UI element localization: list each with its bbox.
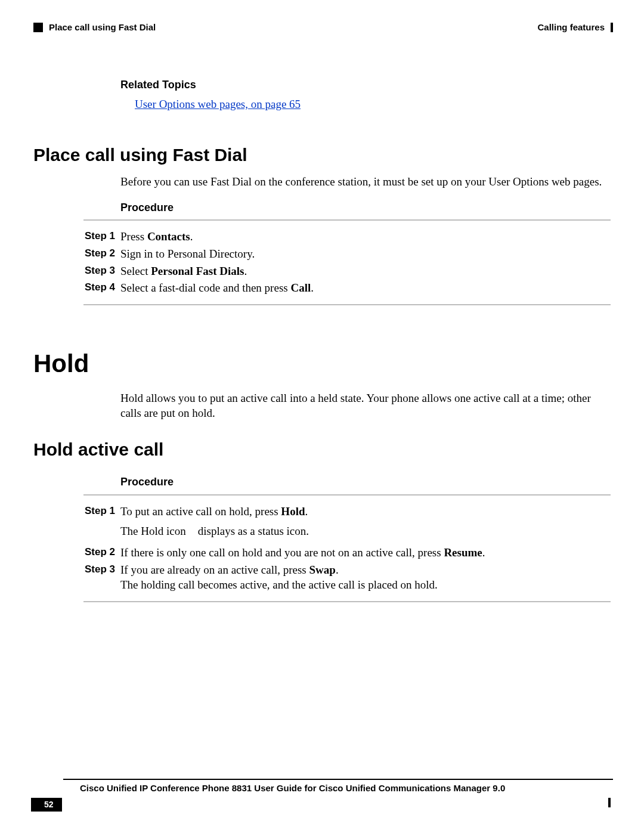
- step-bold: Hold: [281, 505, 305, 518]
- step-text: Select: [120, 265, 151, 277]
- step-row: Step 2 Sign in to Personal Directory.: [85, 246, 611, 262]
- step-bold: Swap: [309, 563, 336, 576]
- procedure-heading-2: Procedure: [120, 475, 611, 489]
- bar-icon: [608, 798, 611, 807]
- step-text: .: [482, 546, 485, 559]
- procedure-heading-1: Procedure: [120, 200, 611, 215]
- step-label: Step 1: [85, 229, 120, 243]
- step-label: Step 1: [85, 504, 120, 518]
- section-title-hold-active: Hold active call: [33, 438, 611, 462]
- footer-divider: [63, 779, 613, 780]
- step-row: Step 1 To put an active call on hold, pr…: [85, 504, 611, 539]
- section-title-hold: Hold: [33, 347, 611, 381]
- step-text: .: [190, 230, 193, 243]
- divider: [83, 601, 611, 602]
- hold-intro: Hold allows you to put an active call in…: [120, 391, 611, 421]
- step-body: If there is only one call on hold and yo…: [120, 545, 611, 561]
- step-body: Press Contacts.: [120, 229, 611, 244]
- bar-icon: [611, 23, 613, 32]
- fast-dial-steps: Step 1 Press Contacts. Step 2 Sign in to…: [85, 229, 611, 296]
- step-label: Step 2: [85, 545, 120, 559]
- step-text: .: [244, 265, 247, 277]
- section-title-fast-dial: Place call using Fast Dial: [33, 143, 611, 168]
- divider: [83, 304, 611, 305]
- footer-page-row: 52: [31, 798, 613, 812]
- page-content: Related Topics User Options web pages, o…: [33, 78, 611, 602]
- step-text: Press: [120, 230, 147, 243]
- fast-dial-intro: Before you can use Fast Dial on the conf…: [120, 174, 611, 190]
- step-text: .: [336, 563, 339, 576]
- step-bold: Call: [290, 281, 311, 294]
- step-row: Step 2 If there is only one call on hold…: [85, 545, 611, 561]
- step-bold: Resume: [444, 546, 482, 559]
- step-text: displays as a status icon.: [198, 525, 309, 537]
- step-body: To put an active call on hold, press Hol…: [120, 504, 611, 539]
- step-text: The Hold icon: [120, 525, 186, 537]
- step-row: Step 3 Select Personal Fast Dials.: [85, 264, 611, 279]
- step-row: Step 1 Press Contacts.: [85, 229, 611, 244]
- footer-title: Cisco Unified IP Conference Phone 8831 U…: [80, 782, 613, 794]
- step-text: To put an active call on hold, press: [120, 505, 281, 518]
- header-section-title: Place call using Fast Dial: [49, 21, 156, 33]
- step-text: .: [311, 281, 314, 294]
- related-topics-heading: Related Topics: [120, 78, 611, 92]
- divider: [83, 219, 611, 221]
- step-text: Sign in to Personal Directory.: [120, 247, 255, 260]
- step-body: Select Personal Fast Dials.: [120, 264, 611, 279]
- step-body: Sign in to Personal Directory.: [120, 246, 611, 262]
- step-text: .: [305, 505, 308, 518]
- step-label: Step 3: [85, 264, 120, 278]
- related-topics-link[interactable]: User Options web pages, on page 65: [135, 97, 301, 112]
- step-text: If there is only one call on hold and yo…: [120, 546, 444, 559]
- header-right: Calling features: [537, 21, 613, 33]
- header-chapter-title: Calling features: [537, 21, 605, 33]
- step-row: Step 3 If you are already on an active c…: [85, 562, 611, 593]
- step-label: Step 3: [85, 562, 120, 577]
- step-bold: Personal Fast Dials: [151, 265, 244, 277]
- step-body: If you are already on an active call, pr…: [120, 562, 611, 593]
- step-label: Step 2: [85, 246, 120, 261]
- step-text: If you are already on an active call, pr…: [120, 563, 309, 576]
- step-text: The holding call becomes active, and the…: [120, 577, 611, 593]
- step-bold: Contacts: [147, 230, 190, 243]
- divider: [83, 494, 611, 496]
- page-footer: Cisco Unified IP Conference Phone 8831 U…: [31, 779, 613, 812]
- page-number: 52: [31, 798, 62, 812]
- step-text: Select a fast-dial code and then press: [120, 281, 290, 294]
- step-label: Step 4: [85, 280, 120, 295]
- square-icon: [33, 23, 43, 32]
- hold-steps: Step 1 To put an active call on hold, pr…: [85, 504, 611, 593]
- step-row: Step 4 Select a fast-dial code and then …: [85, 280, 611, 296]
- page-header: Place call using Fast Dial Calling featu…: [31, 21, 613, 33]
- header-left: Place call using Fast Dial: [31, 21, 156, 33]
- step-body: Select a fast-dial code and then press C…: [120, 280, 611, 296]
